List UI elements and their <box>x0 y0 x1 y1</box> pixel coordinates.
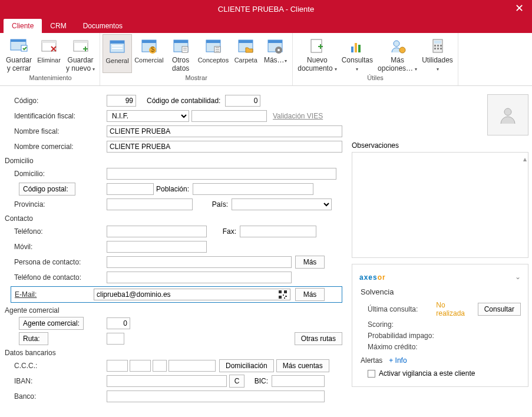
label-iban: IBAN: <box>4 377 107 385</box>
svg-rect-10 <box>112 48 123 49</box>
svg-rect-8 <box>110 41 124 44</box>
btn-otras-rutas[interactable]: Otras rutas <box>295 332 342 345</box>
ribbon-otros-datos[interactable]: Otros datos <box>166 34 196 73</box>
svg-rect-39 <box>434 41 441 44</box>
input-codigo-cont[interactable] <box>225 95 260 107</box>
ribbon-conceptos[interactable]: Conceptos <box>196 34 232 73</box>
input-persona-contacto[interactable] <box>107 256 292 268</box>
input-poblacion[interactable] <box>193 183 313 195</box>
ribbon-nuevo-documento[interactable]: Nuevo documento ▾ <box>295 34 339 73</box>
input-iban[interactable] <box>107 375 227 387</box>
btn-domiciliacion[interactable]: Domiciliación <box>219 359 274 372</box>
close-icon[interactable]: ✕ <box>512 2 526 15</box>
label-ultima-consulta: Última consulta: <box>368 305 436 313</box>
input-banco[interactable] <box>107 390 325 402</box>
input-ccc3[interactable] <box>153 360 167 372</box>
client-photo-box[interactable] <box>487 94 528 135</box>
tab-cliente[interactable]: Cliente <box>4 19 42 33</box>
input-ccc4[interactable] <box>168 360 216 372</box>
scroll-up-icon[interactable]: ▴ <box>523 155 527 163</box>
btn-mas-contactos[interactable]: Más <box>295 256 325 269</box>
input-ruta[interactable] <box>107 333 124 345</box>
btn-codigo-postal[interactable]: Código postal: <box>19 183 75 196</box>
other-data-icon <box>171 37 191 57</box>
select-pais[interactable] <box>232 198 332 210</box>
input-ccc2[interactable] <box>130 360 151 372</box>
label-persona-contacto: Persona de contacto: <box>4 258 107 266</box>
input-nombre-comercial[interactable] <box>107 141 342 153</box>
input-agente[interactable] <box>107 317 130 329</box>
tab-documentos[interactable]: Documentos <box>75 19 131 33</box>
ribbon-general[interactable]: General <box>103 34 132 73</box>
chart-icon <box>347 37 367 57</box>
btn-mas-cuentas[interactable]: Más cuentas <box>276 359 329 372</box>
axesor-logo: axesor <box>359 270 386 283</box>
section-agente: Agente comercial <box>5 306 342 315</box>
input-telefono[interactable] <box>107 226 207 237</box>
label-banco: Banco: <box>4 392 107 401</box>
label-bic: BIC: <box>244 377 268 385</box>
ribbon-group-label: Mantenimiento <box>29 73 71 82</box>
form-icon <box>107 37 127 57</box>
label-email: E-Mail: <box>11 290 94 299</box>
input-email[interactable] <box>94 289 290 300</box>
ribbon-carpeta[interactable]: Carpeta <box>231 34 260 73</box>
input-nombre-fiscal[interactable] <box>107 125 342 137</box>
svg-point-37 <box>399 47 405 53</box>
chevron-down-icon[interactable]: ⌄ <box>515 273 521 281</box>
ribbon-mas-mostrar[interactable]: Más…▾ <box>260 34 290 73</box>
ribbon-label: General <box>106 57 129 65</box>
qr-icon[interactable] <box>277 289 288 300</box>
svg-rect-33 <box>351 47 353 52</box>
btn-mas-email[interactable]: Más <box>295 288 325 301</box>
link-info-axesor[interactable]: + Info <box>389 356 407 365</box>
ribbon-label: Otros datos <box>172 57 189 73</box>
ribbon-mas-opciones[interactable]: Más opciones… ▾ <box>375 34 419 73</box>
ribbon-label: Carpeta <box>234 57 257 64</box>
tab-crm[interactable]: CRM <box>42 19 74 33</box>
input-provincia[interactable] <box>107 198 193 210</box>
label-fax: Fax: <box>207 227 236 236</box>
new-document-icon <box>307 37 327 57</box>
svg-point-52 <box>504 108 511 115</box>
label-prob-impago: Probabilidad impago: <box>368 332 434 340</box>
btn-consultar[interactable]: Consultar <box>478 303 521 316</box>
ribbon-guardar-nuevo[interactable]: Guardar y nuevo ▾ <box>64 34 97 73</box>
ribbon-label: Comercial <box>134 57 164 64</box>
input-movil[interactable] <box>107 241 207 253</box>
link-validacion-vies[interactable]: Validación VIES <box>273 112 323 120</box>
ribbon-consultas[interactable]: Consultas▾ <box>339 34 375 73</box>
ribbon: Guardar y cerrar Eliminar Guardar y nuev… <box>0 33 532 86</box>
input-telefono-contacto[interactable] <box>107 272 292 283</box>
ribbon-guardar-cerrar[interactable]: Guardar y cerrar <box>4 34 34 73</box>
input-bic[interactable] <box>272 375 325 387</box>
label-telefono-contacto: Teléfono de contacto: <box>4 273 107 282</box>
input-fax[interactable] <box>240 226 316 237</box>
svg-rect-46 <box>279 290 282 293</box>
input-ccc1[interactable] <box>107 360 128 372</box>
titlebar: CLIENTE PRUEBA - Cliente ✕ <box>0 0 532 18</box>
svg-rect-34 <box>355 43 357 52</box>
input-codigo[interactable] <box>107 95 136 107</box>
btn-calc-iban[interactable]: C <box>229 375 244 388</box>
input-codigo-postal[interactable] <box>107 183 154 195</box>
ribbon-utilidades[interactable]: Utilidades▾ <box>419 34 455 73</box>
window-title: CLIENTE PRUEBA - Cliente <box>218 5 314 14</box>
svg-text:$: $ <box>151 45 155 54</box>
ribbon-comercial[interactable]: $ Comercial <box>132 34 166 73</box>
label-pais: País: <box>193 200 228 208</box>
textarea-observaciones[interactable]: ▴ <box>352 152 528 258</box>
select-id-fiscal-type[interactable]: N.I.F. <box>107 110 189 122</box>
input-domicilio[interactable] <box>107 168 336 180</box>
checkbox-activar-vigilancia[interactable] <box>368 370 375 378</box>
svg-point-36 <box>394 41 399 47</box>
btn-ruta[interactable]: Ruta: <box>19 332 48 345</box>
svg-rect-49 <box>283 294 284 296</box>
ribbon-eliminar[interactable]: Eliminar <box>34 34 64 73</box>
ribbon-label: Guardar y cerrar <box>6 57 32 73</box>
btn-agente-comercial[interactable]: Agente comercial: <box>19 317 84 330</box>
calculator-icon <box>428 37 448 57</box>
input-id-fiscal-num[interactable] <box>191 110 267 122</box>
ribbon-label: Conceptos <box>198 57 229 64</box>
commercial-icon: $ <box>139 37 159 57</box>
